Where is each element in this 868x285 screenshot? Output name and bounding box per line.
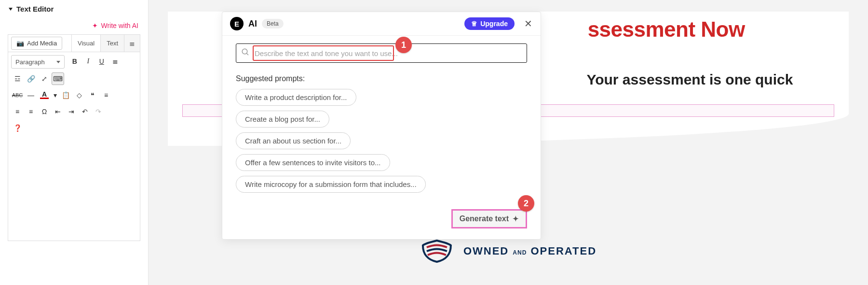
upgrade-label: Upgrade [480,20,508,28]
subheading-right-fragment: Your assessment is one quick [586,71,793,87]
text-color-dropdown[interactable]: ▾ [52,89,58,101]
editor-top-row: 📷 Add Media Visual Text ≣ [8,35,140,52]
outdent-button[interactable]: ⇤ [52,105,64,118]
elementor-logo-icon: E [230,17,244,30]
close-icon: ✕ [524,18,532,29]
svg-point-0 [242,49,247,54]
svg-line-1 [246,53,248,55]
tab-visual[interactable]: Visual [71,35,100,52]
footer-owned-operated: OWNED AND OPERATED [420,240,597,263]
suggested-prompt-chip[interactable]: Offer a few sentences to invite visitors… [236,154,390,171]
text-color-icon: A [42,91,47,97]
fullscreen-button[interactable]: ⤢ [38,72,51,85]
sparkle-icon: ✦ [92,22,98,29]
ai-modal-body: Suggested prompts: Write a product descr… [222,36,541,193]
paragraph-dropdown-label: Paragraph [15,58,45,66]
italic-button[interactable]: I [82,55,95,68]
text-color-button[interactable]: A [38,89,51,101]
paste-text-button[interactable]: 📋 [59,89,72,101]
generate-row: Generate text ✦ [222,193,541,228]
toolbar-toggle-button[interactable]: ⌨ [52,72,64,85]
tab-more-icon[interactable]: ≣ [124,35,140,52]
horizontal-rule-button[interactable]: — [25,89,37,101]
editor-left-panel: Text Editor ✦ Write with AI 📷 Add Media … [0,0,149,285]
flag-shield-icon [420,240,454,263]
suggested-prompts-list: Write a product description for... Creat… [236,89,527,193]
tab-text[interactable]: Text [100,35,124,52]
owned-operated-text: OWNED AND OPERATED [463,245,597,257]
step-badge-2: 2 [518,195,534,212]
beta-badge: Beta [262,19,284,28]
editor-toolbar: Paragraph B I U ≣ ☲ 🔗 ⤢ ⌨ ABC — A ▾ 📋 ◇ [8,52,140,134]
text-color-swatch [40,98,49,99]
suggested-prompt-chip[interactable]: Write microcopy for a submission form th… [236,176,426,193]
ai-modal-title: AI [248,19,257,29]
add-media-label: Add Media [27,40,57,47]
upgrade-button[interactable]: ♕ Upgrade [464,17,515,30]
align-justify-button[interactable]: ≡ [25,105,37,118]
rich-text-editor: 📷 Add Media Visual Text ≣ Paragraph B I … [8,34,140,241]
ai-modal-header: E AI Beta ♕ Upgrade ✕ [222,12,541,36]
panel-title: Text Editor [16,5,54,13]
undo-button[interactable]: ↶ [79,105,91,118]
paragraph-dropdown[interactable]: Paragraph [11,55,65,69]
link-button[interactable]: 🔗 [25,72,37,85]
bulleted-list-button[interactable]: ≣ [109,55,122,68]
write-with-ai-label: Write with AI [101,22,138,29]
underline-button[interactable]: U [95,55,108,68]
suggested-prompt-chip[interactable]: Craft an about us section for... [236,132,351,149]
help-button[interactable]: ❓ [11,122,24,134]
step-badge-1: 1 [395,37,412,53]
indent-button[interactable]: ⇥ [65,105,78,118]
strikethrough-button[interactable]: ABC [11,89,24,101]
close-modal-button[interactable]: ✕ [523,18,533,29]
bold-button[interactable]: B [68,55,81,68]
write-with-ai-link[interactable]: ✦ Write with AI [0,18,148,32]
suggested-prompt-chip[interactable]: Create a blog post for... [236,111,329,128]
heading-right-fragment: ssessment Now [588,17,745,41]
search-icon [241,48,250,58]
caret-down-icon [9,8,13,11]
editor-content-area[interactable] [8,134,140,241]
numbered-list-button[interactable]: ☲ [11,72,24,85]
generate-text-button[interactable]: Generate text ✦ [451,209,527,228]
suggested-prompts-label: Suggested prompts: [236,74,527,83]
prompt-input[interactable] [255,44,522,62]
camera-icon: 📷 [16,40,24,47]
suggested-prompt-chip[interactable]: Write a product description for... [236,89,356,106]
redo-button[interactable]: ↷ [92,105,105,118]
special-character-button[interactable]: Ω [38,105,51,118]
panel-title-row[interactable]: Text Editor [0,0,148,18]
blockquote-button[interactable]: ❝ [86,89,99,101]
chevron-down-icon [56,61,60,63]
align-left-button[interactable]: ≡ [11,105,24,118]
prompt-input-container [236,43,527,63]
generate-text-label: Generate text [460,214,509,223]
crown-icon: ♕ [471,20,477,28]
sparkle-icon: ✦ [513,214,519,223]
ai-modal: E AI Beta ♕ Upgrade ✕ Suggested prompts:… [222,12,541,240]
add-media-button[interactable]: 📷 Add Media [11,37,62,50]
clear-formatting-button[interactable]: ◇ [73,89,85,101]
align-center-button[interactable]: ≡ [100,89,112,101]
